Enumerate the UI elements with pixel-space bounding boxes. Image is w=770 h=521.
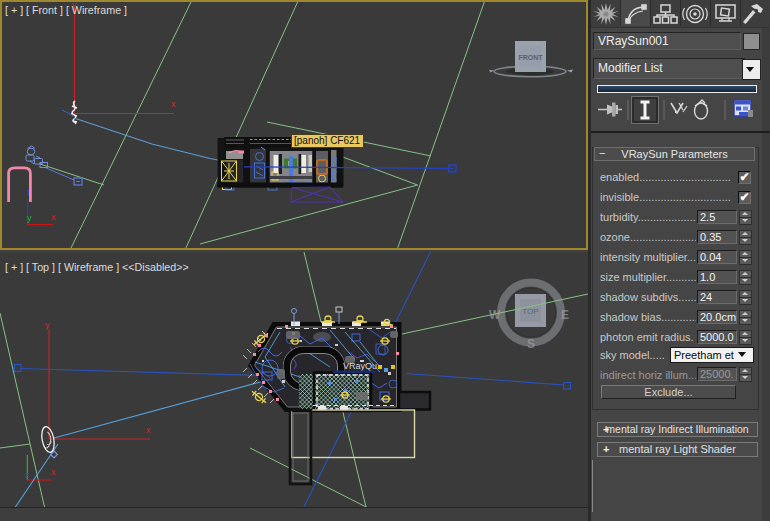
svg-text:TOP: TOP bbox=[522, 307, 538, 316]
svg-text:S: S bbox=[527, 337, 535, 351]
svg-text:E: E bbox=[561, 308, 569, 322]
svg-text:y: y bbox=[45, 320, 50, 330]
svg-text:x: x bbox=[51, 467, 56, 477]
svg-text:x: x bbox=[146, 425, 151, 435]
svg-text:y: y bbox=[27, 213, 32, 223]
svg-text:z: z bbox=[25, 470, 30, 480]
svg-text:x: x bbox=[171, 99, 176, 109]
svg-text:FRONT: FRONT bbox=[518, 54, 543, 61]
svg-text:x: x bbox=[51, 212, 56, 222]
